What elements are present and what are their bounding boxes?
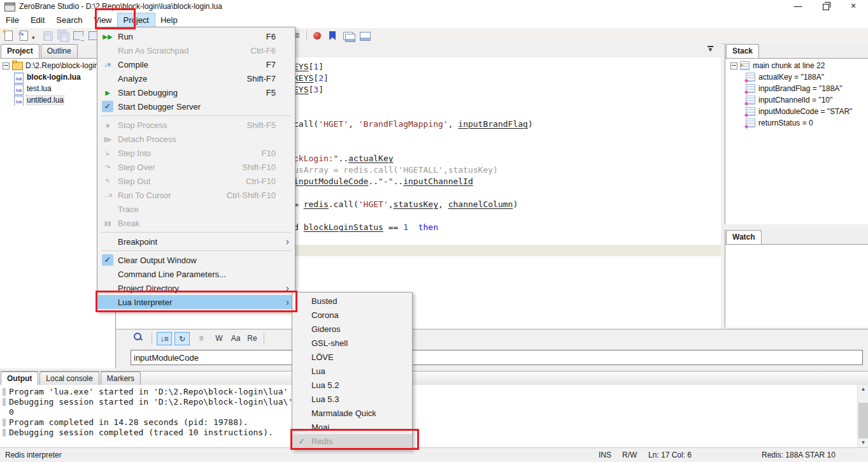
title-bar: ZeroBrane Studio - D:\2.Repo\block-login… [0,0,868,13]
tab-local-console[interactable]: Local console [39,372,99,386]
regex-button[interactable]: Re [245,332,260,345]
find-input-row [116,348,868,368]
step-out-icon: ↰ [97,178,118,185]
menubar-item-project[interactable]: Project [118,13,155,27]
menu-item-shortcut: Shift-F10 [242,162,276,172]
checkmark-icon: ✓ [102,101,113,112]
menu-item-step-out[interactable]: ↰Step OutCtrl-F10 [97,174,295,188]
interpreter-item-lua-5-3[interactable]: Lua 5.3 [292,392,412,406]
interpreter-item-gideros[interactable]: Gideros [292,322,412,336]
menubar-item-view[interactable]: View [89,13,118,27]
interpreter-item-lua-5-2[interactable]: Lua 5.2 [292,378,412,392]
stack-tree[interactable]: ▸main chunk at line 22◆actualKey = "188A… [725,60,868,129]
stack-variable[interactable]: ◆inputChannelId = "10" [725,94,868,106]
menu-item-shortcut: Shift-F7 [246,74,276,83]
open-file-dropdown-icon[interactable]: ▾ [32,34,35,41]
output-window-button[interactable] [359,30,371,41]
menu-item-lua-interpreter[interactable]: Lua Interpreter› [97,295,295,309]
find-input[interactable] [131,350,863,365]
interpreter-item-busted[interactable]: Busted [292,294,412,308]
stack-variable[interactable]: ◆actualKey = "188A" [725,71,868,83]
menu-item-step-over[interactable]: ↷Step OverShift-F10 [97,160,295,174]
menu-item-shortcut: F5 [266,88,276,97]
menu-item-step-into[interactable]: ↳Step IntoF10 [97,146,295,160]
stack-variable-label: returnStatus = 0 [758,119,813,127]
interpreter-item-marmalade-quick[interactable]: Marmalade Quick [292,406,412,420]
save-all-button[interactable] [57,30,69,41]
interpreter-item-gsl-shell[interactable]: GSL-shell [292,336,412,350]
output-scrollbar[interactable]: ▲ ▼ [857,385,868,447]
menu-item-compile[interactable]: ↓≡CompileF7 [97,57,295,71]
minimize-button[interactable]: — [783,0,813,13]
tab-markers[interactable]: Markers [101,372,141,386]
output-console[interactable]: Program 'lua.exe' started in 'D:\2.Repo\… [0,385,857,447]
interpreter-label: Lua [311,366,412,376]
interpreter-item-l-ve[interactable]: LÖVE [292,350,412,364]
submenu-arrow-icon: › [286,237,295,246]
run-icon: ▶▶ [97,33,118,40]
status-interpreter: Redis interpreter [5,451,62,459]
menu-item-run-as-scratchpad[interactable]: Run As ScratchpadCtrl-F6 [97,43,295,57]
find-next-button[interactable]: ↓≡ [157,332,172,345]
stack-frame[interactable]: ▸main chunk at line 22 [725,60,868,71]
menubar-item-search[interactable]: Search [50,13,88,27]
tab-output[interactable]: Output [1,372,38,386]
menu-item-start-debugger-server[interactable]: ✓Start Debugger Server [97,99,295,113]
interpreter-item-redis[interactable]: ✓Redis [292,434,412,448]
tab-outline[interactable]: Outline [41,44,78,58]
restore-button[interactable] [811,0,840,13]
tab-project[interactable]: Project [1,44,39,58]
menu-separator [101,250,291,251]
interpreter-item-moai[interactable]: Moai [292,420,412,434]
magnifier-icon [134,333,141,340]
bookmark-toggle-button[interactable] [327,30,338,41]
menu-item-label: Run As Scratchpad [118,46,250,55]
interpreter-item-lua[interactable]: Lua [292,364,412,378]
fold-button[interactable] [343,30,354,41]
interpreter-item-corona[interactable]: Corona [292,308,412,322]
match-case-button[interactable]: Aa [228,332,243,345]
run-cursor-icon: →≡ [97,192,118,199]
new-file-button[interactable]: ★ [3,30,14,41]
stack-variable[interactable]: ◆inputModuleCode = "STAR" [725,106,868,117]
breakpoint-toggle-button[interactable] [312,30,324,41]
code-line: KEYS[2] [294,73,329,84]
scroll-down-icon[interactable]: ▼ [858,438,868,447]
close-button[interactable]: × [839,0,868,13]
menubar-item-help[interactable]: Help [155,13,183,27]
compile-icon: ↓≡ [97,61,118,68]
menu-item-breakpoint[interactable]: Breakpoint› [97,235,295,249]
stack-variable[interactable]: ◆inputBrandFlag = "188A" [725,83,868,94]
find-in-selection-button[interactable]: ≡ [194,332,209,345]
collapse-icon[interactable] [3,62,10,69]
whole-word-button[interactable]: W [211,332,227,345]
scrollbar-thumb[interactable] [858,403,868,438]
code-line: inputModuleCode.."-"..inputChannelId [294,176,473,187]
menu-item-analyze[interactable]: AnalyzeShift-F7 [97,71,295,85]
menu-item-command-line-parameters[interactable]: Command Line Parameters... [97,267,295,281]
menubar-item-edit[interactable]: Edit [25,13,50,27]
menu-item-stop-process[interactable]: ■Stop ProcessShift-F5 [97,118,295,132]
tab-list-dropdown-icon[interactable]: ▼ [706,46,715,52]
stack-variable[interactable]: ◆returnStatus = 0 [725,117,868,129]
menu-item-clear-output-window[interactable]: ✓Clear Output Window [97,253,295,267]
menu-item-trace[interactable]: Trace [97,202,295,216]
menu-item-project-directory[interactable]: Project Directory› [97,281,295,295]
menu-item-detach-process[interactable]: ▮▶Detach Process [97,132,295,146]
menu-item-break[interactable]: ▮▮Break [97,216,295,230]
wrap-around-button[interactable]: ↻ [174,332,190,345]
tab-watch[interactable]: Watch [726,230,762,244]
project-from-file-button[interactable]: ← [73,30,84,41]
open-file-button[interactable]: ↷ [18,30,29,41]
menu-item-run[interactable]: ▶▶RunF6 [97,29,295,43]
save-button[interactable] [42,30,53,41]
status-bar: Redis interpreter INS R/W Ln: 17 Col: 6 … [0,447,868,462]
menubar-item-file[interactable]: File [0,13,25,27]
tab-stack[interactable]: Stack [726,44,759,58]
scroll-up-icon[interactable]: ▲ [858,385,868,394]
menu-item-start-debugging[interactable]: ▶Start DebuggingF5 [97,85,295,99]
tree-file-label: block-login.lua [27,73,81,82]
collapse-icon[interactable] [730,62,737,69]
panel-splitter[interactable] [725,224,868,229]
menu-item-run-to-cursor[interactable]: →≡Run To CursorCtrl-Shift-F10 [97,188,295,202]
